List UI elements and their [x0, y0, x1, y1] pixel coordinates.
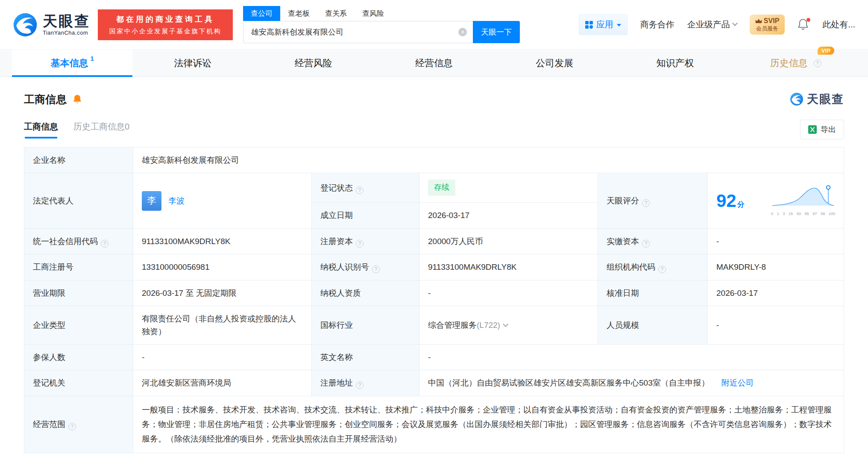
- company-type-value: 有限责任公司（非自然人投资或控股的法人独资）: [133, 306, 312, 345]
- reg-status-value: 存续: [419, 173, 598, 203]
- chevron-down-icon: [732, 21, 738, 26]
- table-row: 工商注册号 133100000056981 纳税人识别号? 91133100MA…: [24, 254, 844, 280]
- tab-label: 法律诉讼: [174, 57, 211, 70]
- table-row: 统一社会信用代码? 91133100MAK9DRLY8K 注册资本? 20000…: [24, 228, 844, 254]
- tab-legal-proceedings[interactable]: 法律诉讼: [132, 50, 253, 77]
- company-type-label: 企业类型: [24, 306, 133, 345]
- watermark-logo: 天眼查: [790, 91, 844, 107]
- establish-date-value: 2026-03-17: [419, 203, 598, 228]
- english-name-label: 英文名称: [312, 344, 419, 370]
- tab-history-info[interactable]: 历史信息 ? VIP: [736, 50, 856, 77]
- taxpayer-id-value: 91133100MAK9DRLY8K: [419, 254, 598, 280]
- enterprise-products-label: 企业级产品: [687, 19, 730, 30]
- help-icon[interactable]: ?: [658, 265, 666, 273]
- site-header: 天眼查 TianYanCha.com 都在用的商业查询工具 国家中小企业发展子基…: [0, 0, 868, 50]
- user-menu[interactable]: 此处有...: [822, 19, 855, 30]
- apps-grid-icon: [585, 21, 593, 29]
- tab-intellectual-property[interactable]: 知识产权: [615, 50, 735, 77]
- reg-authority-value: 河北雄安新区营商环境局: [133, 370, 312, 396]
- search-tab-boss[interactable]: 查老板: [280, 6, 317, 21]
- help-icon[interactable]: ?: [642, 199, 650, 207]
- score-unit: 分: [737, 200, 745, 209]
- table-row: 营业期限 2026-03-17 至 无固定期限 纳税人资质 - 核准日期 202…: [24, 280, 844, 306]
- approval-date-label: 核准日期: [598, 280, 708, 306]
- tab-label: 历史信息: [770, 57, 808, 70]
- section-header: 工商信息 天眼查: [24, 91, 844, 107]
- legal-rep-avatar[interactable]: 李: [142, 191, 161, 211]
- tab-operating-risk[interactable]: 经营风险: [253, 50, 374, 77]
- help-icon[interactable]: ?: [372, 265, 380, 273]
- help-icon[interactable]: ?: [101, 240, 108, 248]
- staff-size-value: -: [708, 306, 844, 345]
- legal-rep-label: 法定代表人: [24, 173, 133, 228]
- reg-status-label: 登记状态?: [312, 173, 419, 203]
- tab-label: 经营信息: [415, 57, 453, 70]
- search-input[interactable]: [243, 21, 458, 43]
- clear-search-icon[interactable]: ✕: [458, 28, 467, 36]
- help-icon[interactable]: ?: [642, 240, 650, 248]
- legal-rep-value: 李 李波: [133, 173, 312, 228]
- vip-badge: VIP: [818, 47, 834, 55]
- tab-basic-info[interactable]: 基本信息 1: [12, 50, 132, 77]
- business-term-value: 2026-03-17 至 无固定期限: [133, 280, 312, 306]
- crown-icon: [755, 18, 762, 24]
- watermark-text: 天眼查: [807, 91, 844, 107]
- site-logo[interactable]: 天眼查 TianYanCha.com: [13, 12, 90, 37]
- tab-label: 知识产权: [657, 57, 694, 70]
- search-tab-risk[interactable]: 查风险: [355, 6, 392, 21]
- subtab-row: 工商信息 历史工商信息0 导出: [24, 120, 844, 139]
- excel-icon: [808, 125, 817, 134]
- table-row: 企业类型 有限责任公司（非自然人投资或控股的法人独资） 国标行业 综合管理服务 …: [24, 306, 844, 345]
- table-row: 参保人数 - 英文名称 -: [24, 344, 844, 370]
- industry-code: (L722): [477, 319, 500, 331]
- org-code-value: MAK9DRLY-8: [708, 254, 844, 280]
- score-number: 92分: [716, 187, 745, 215]
- help-icon[interactable]: ?: [356, 240, 364, 248]
- help-icon[interactable]: ?: [356, 186, 364, 194]
- chevron-down-icon[interactable]: [503, 321, 508, 327]
- credit-code-value: 91133100MAK9DRLY8K: [133, 228, 312, 254]
- paid-capital-value: -: [708, 228, 844, 254]
- industry-label: 国标行业: [312, 306, 419, 345]
- score-curve-chart: [771, 184, 835, 207]
- legal-rep-name-link[interactable]: 李波: [168, 195, 185, 207]
- search-tab-relation[interactable]: 查关系: [317, 6, 355, 21]
- subtab-business-info[interactable]: 工商信息: [24, 121, 58, 139]
- help-icon[interactable]: ?: [68, 423, 76, 430]
- help-icon[interactable]: ?: [356, 381, 364, 389]
- address-label: 注册地址?: [312, 370, 419, 396]
- business-info-table: 企业名称 雄安高新科创发展有限公司 法定代表人 李 李波 登记状态? 存续: [24, 147, 844, 453]
- tab-company-development[interactable]: 公司发展: [494, 50, 615, 77]
- help-icon[interactable]: ?: [814, 59, 821, 67]
- tab-label: 经营风险: [295, 57, 332, 70]
- apps-menu-button[interactable]: 应用: [579, 14, 628, 35]
- status-badge: 存续: [428, 180, 455, 196]
- nearby-companies-link[interactable]: 附近公司: [721, 377, 754, 389]
- subtab-history-business-info[interactable]: 历史工商信息0: [73, 121, 129, 139]
- table-row: 经营范围? 一般项目：技术服务、技术开发、技术咨询、技术交流、技术转让、技术推广…: [24, 396, 844, 453]
- reg-capital-label: 注册资本?: [312, 228, 419, 254]
- section-title: 工商信息: [24, 92, 67, 106]
- staff-size-label: 人员规模: [598, 306, 708, 345]
- banner-line1: 都在用的商业查询工具: [116, 14, 214, 24]
- search-area: 查公司 查老板 查关系 查风险 ✕ 天眼一下: [243, 6, 520, 43]
- business-coop-link[interactable]: 商务合作: [640, 19, 674, 30]
- score-value-cell: 92分 0131550859799100: [708, 173, 844, 228]
- tab-label: 基本信息: [50, 57, 88, 70]
- business-scope-value: 一般项目：技术服务、技术开发、技术咨询、技术交流、技术转让、技术推广；科技中介服…: [133, 396, 844, 453]
- enterprise-products-menu[interactable]: 企业级产品: [687, 19, 737, 30]
- search-button[interactable]: 天眼一下: [473, 21, 520, 43]
- reg-capital-value: 20000万人民币: [419, 228, 598, 254]
- notifications-bell[interactable]: [798, 18, 809, 31]
- export-button[interactable]: 导出: [800, 120, 844, 139]
- taxpayer-quality-value: -: [419, 280, 598, 306]
- monitor-bell-icon[interactable]: [73, 94, 82, 104]
- company-section-tabs: 基本信息 1 法律诉讼 经营风险 经营信息 公司发展 知识产权 历史信息 ? V…: [0, 50, 868, 77]
- promo-banner: 都在用的商业查询工具 国家中小企业发展子基金旗下机构: [98, 9, 233, 40]
- tab-operating-info[interactable]: 经营信息: [374, 50, 494, 77]
- reg-authority-label: 登记机关: [24, 370, 133, 396]
- address-value: 中国（河北）自由贸易试验区雄安片区雄安高新区服务中心503室（自主申报） 附近公…: [419, 370, 844, 396]
- search-tab-company[interactable]: 查公司: [243, 6, 280, 21]
- table-row: 法定代表人 李 李波 登记状态? 存续 天眼评分?: [24, 173, 844, 203]
- svip-member-badge[interactable]: SVIP 会员服务: [750, 15, 785, 35]
